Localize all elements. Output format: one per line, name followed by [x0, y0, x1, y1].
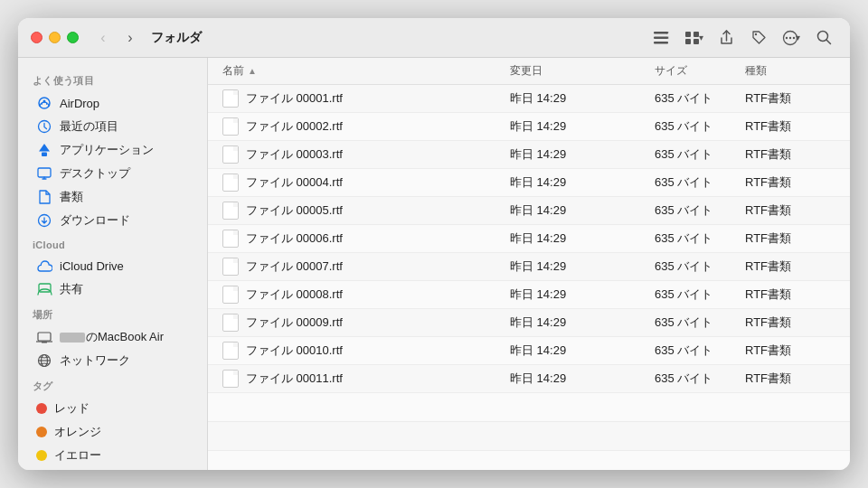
file-size: 635 バイト: [655, 230, 745, 247]
file-icon: [222, 174, 239, 192]
sidebar-label-icloud-drive: iCloud Drive: [60, 259, 124, 273]
sidebar-item-macbook[interactable]: のMacBook Air: [22, 325, 203, 349]
desktop-icon: [36, 165, 52, 182]
maximize-button[interactable]: [67, 32, 79, 43]
file-size: 635 バイト: [655, 90, 745, 107]
svg-point-8: [754, 33, 756, 35]
svg-point-12: [793, 36, 795, 38]
sidebar-label-applications: アプリケーション: [60, 142, 154, 158]
sidebar-label-tag-red: レッド: [54, 400, 90, 417]
file-size: 635 バイト: [655, 314, 745, 331]
sidebar-item-applications[interactable]: アプリケーション: [22, 138, 203, 162]
back-button[interactable]: ‹: [91, 26, 115, 50]
file-rows-container: ファイル 00001.rtf 昨日 14:29 635 バイト RTF書類 ファ…: [208, 85, 850, 470]
table-row[interactable]: ファイル 00010.rtf 昨日 14:29 635 バイト RTF書類: [208, 337, 850, 365]
file-name-cell: ファイル 00009.rtf: [222, 314, 510, 332]
window-title: フォルダ: [151, 30, 647, 46]
sidebar-item-recents[interactable]: 最近の項目: [22, 115, 203, 138]
titlebar: ‹ › フォルダ ↕ ▾: [18, 18, 850, 58]
file-icon: [222, 286, 239, 304]
sidebar-item-tag-yellow[interactable]: イエロー: [22, 444, 203, 467]
table-row[interactable]: ファイル 00006.rtf 昨日 14:29 635 バイト RTF書類: [208, 225, 850, 253]
sidebar-item-shared[interactable]: 共有: [22, 277, 203, 301]
tag-button[interactable]: [745, 24, 772, 52]
share-button[interactable]: [712, 24, 740, 52]
file-name-text: ファイル 00005.rtf: [246, 202, 343, 219]
documents-icon: [36, 189, 52, 205]
file-list: 名前 ▲ 変更日 サイズ 種類 ファイル 00001.rtf 昨日 14:29 …: [208, 58, 850, 470]
file-modified: 昨日 14:29: [510, 202, 655, 219]
file-size: 635 バイト: [655, 371, 745, 387]
col-header-kind[interactable]: 種類: [745, 63, 835, 79]
file-modified: 昨日 14:29: [510, 146, 655, 163]
file-name-cell: ファイル 00010.rtf: [222, 342, 510, 360]
file-name-cell: ファイル 00007.rtf: [222, 258, 510, 276]
file-icon: [222, 230, 239, 248]
file-kind: RTF書類: [745, 286, 835, 303]
svg-point-15: [43, 100, 46, 103]
sidebar-item-tag-red[interactable]: レッド: [22, 397, 203, 420]
svg-point-10: [789, 36, 791, 38]
file-name-cell: ファイル 00005.rtf: [222, 202, 510, 220]
sidebar-item-airdrop[interactable]: AirDrop: [22, 91, 203, 115]
table-row[interactable]: ファイル 00001.rtf 昨日 14:29 635 バイト RTF書類: [208, 85, 850, 113]
file-name-cell: ファイル 00001.rtf: [222, 89, 510, 108]
network-icon: [36, 352, 52, 369]
file-name-text: ファイル 00001.rtf: [246, 90, 343, 107]
table-row[interactable]: ファイル 00007.rtf 昨日 14:29 635 バイト RTF書類: [208, 253, 850, 281]
sidebar-item-documents[interactable]: 書類: [22, 185, 203, 209]
sidebar-section-locations: 場所: [18, 301, 207, 325]
file-kind: RTF書類: [745, 174, 835, 191]
col-header-name[interactable]: 名前 ▲: [222, 63, 510, 79]
sidebar-label-documents: 書類: [60, 189, 83, 205]
file-modified: 昨日 14:29: [510, 314, 655, 331]
table-row[interactable]: ファイル 00009.rtf 昨日 14:29 635 バイト RTF書類: [208, 309, 850, 337]
file-modified: 昨日 14:29: [510, 286, 655, 303]
airdrop-icon: [36, 95, 52, 111]
macbook-icon: [36, 329, 52, 345]
search-button[interactable]: [810, 24, 837, 52]
icloud-icon: [36, 258, 52, 274]
table-row[interactable]: ファイル 00004.rtf 昨日 14:29 635 バイト RTF書類: [208, 169, 850, 197]
file-icon: [222, 89, 239, 108]
file-name-cell: ファイル 00006.rtf: [222, 230, 510, 248]
sidebar-item-tag-orange[interactable]: オレンジ: [22, 420, 203, 444]
file-name-text: ファイル 00002.rtf: [246, 118, 343, 135]
more-button[interactable]: ▾: [778, 24, 805, 52]
table-row[interactable]: ファイル 00011.rtf 昨日 14:29 635 バイト RTF書類: [208, 365, 850, 393]
table-row[interactable]: ファイル 00008.rtf 昨日 14:29 635 バイト RTF書類: [208, 281, 850, 309]
grid-view-button[interactable]: ▾: [680, 24, 707, 52]
traffic-lights: [31, 32, 79, 43]
filelist-header: 名前 ▲ 変更日 サイズ 種類: [208, 58, 850, 85]
file-icon: [222, 258, 239, 276]
file-kind: RTF書類: [745, 90, 835, 107]
col-header-size[interactable]: サイズ: [655, 63, 745, 79]
file-size: 635 バイト: [655, 258, 745, 275]
close-button[interactable]: [31, 32, 42, 43]
svg-text:↕: ↕: [665, 31, 667, 35]
sidebar-label-shared: 共有: [60, 281, 83, 297]
table-row[interactable]: ファイル 00005.rtf 昨日 14:29 635 バイト RTF書類: [208, 197, 850, 225]
sidebar-item-downloads[interactable]: ダウンロード: [22, 209, 203, 232]
file-kind: RTF書類: [745, 343, 835, 359]
forward-button[interactable]: ›: [118, 26, 142, 50]
file-modified: 昨日 14:29: [510, 258, 655, 275]
sidebar-item-icloud-drive[interactable]: iCloud Drive: [22, 254, 203, 277]
col-header-modified[interactable]: 変更日: [510, 63, 655, 79]
file-kind: RTF書類: [745, 202, 835, 219]
sidebar-label-recents: 最近の項目: [60, 118, 118, 135]
svg-rect-21: [38, 333, 51, 341]
table-row[interactable]: ファイル 00003.rtf 昨日 14:29 635 バイト RTF書類: [208, 141, 850, 169]
minimize-button[interactable]: [49, 32, 61, 43]
list-view-button[interactable]: ↕: [647, 24, 675, 52]
file-kind: RTF書類: [745, 118, 835, 135]
sidebar-section-icloud: iCloud: [18, 232, 207, 254]
file-name-text: ファイル 00009.rtf: [246, 314, 343, 331]
table-row[interactable]: ファイル 00002.rtf 昨日 14:29 635 バイト RTF書類: [208, 113, 850, 141]
file-name-text: ファイル 00003.rtf: [246, 146, 343, 163]
sidebar-item-network[interactable]: ネットワーク: [22, 349, 203, 372]
file-name-cell: ファイル 00002.rtf: [222, 117, 510, 136]
sidebar-item-desktop[interactable]: デスクトップ: [22, 162, 203, 185]
tag-orange-dot: [36, 427, 47, 437]
svg-point-11: [786, 36, 788, 38]
